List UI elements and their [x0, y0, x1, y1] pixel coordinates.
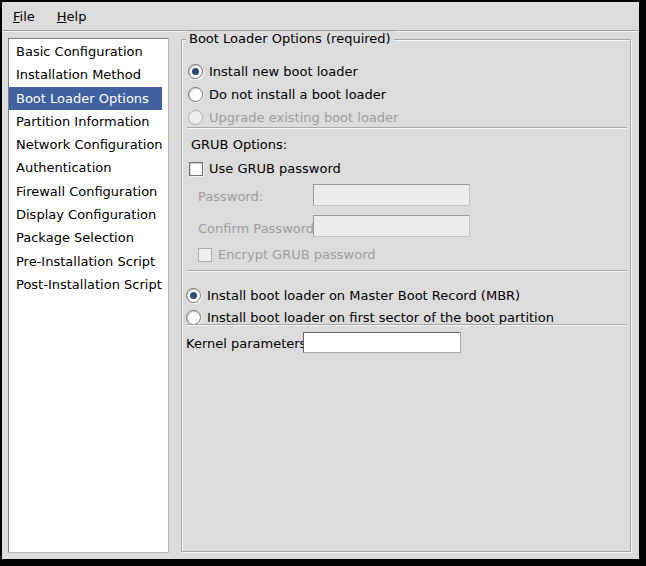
install-on-mbr-label[interactable]: Install boot loader on Master Boot Recor… [207, 288, 520, 303]
menu-help[interactable]: Help [46, 2, 98, 30]
checkbox-row-encrypt-grub-password: Encrypt GRUB password [198, 246, 376, 263]
do-not-install-radio[interactable] [188, 87, 203, 102]
encrypt-grub-password-checkbox [198, 248, 212, 262]
sidebar-item-display-configuration[interactable]: Display Configuration [9, 203, 162, 226]
install-new-boot-loader-label[interactable]: Install new boot loader [209, 64, 358, 79]
sidebar-item-authentication[interactable]: Authentication [9, 156, 162, 179]
install-new-boot-loader-radio[interactable] [188, 64, 203, 79]
install-on-first-sector-label[interactable]: Install boot loader on first sector of t… [207, 310, 554, 325]
kickstart-configurator-window: File Help Basic Configuration Installati… [2, 2, 639, 559]
sidebar-item-post-installation-script[interactable]: Post-Installation Script [9, 273, 162, 296]
password-label: Password: [198, 189, 263, 204]
checkbox-row-use-grub-password[interactable]: Use GRUB password [189, 160, 341, 177]
install-on-mbr-radio[interactable] [186, 288, 201, 303]
confirm-password-field [313, 215, 470, 237]
sidebar-item-package-selection[interactable]: Package Selection [9, 226, 162, 249]
radio-row-install-on-mbr[interactable]: Install boot loader on Master Boot Recor… [186, 287, 520, 304]
boot-loader-options-frame: Boot Loader Options (required) Install n… [181, 39, 631, 552]
sidebar-item-pre-installation-script[interactable]: Pre-Installation Script [9, 250, 162, 273]
menu-help-mnemonic: H [57, 9, 67, 24]
separator [187, 270, 627, 272]
password-field [313, 184, 470, 206]
upgrade-existing-radio [188, 110, 203, 125]
separator [187, 127, 627, 129]
kernel-parameters-input[interactable] [303, 332, 461, 353]
menu-help-label: elp [67, 9, 87, 24]
radio-row-install-new-boot-loader[interactable]: Install new boot loader [188, 63, 358, 80]
encrypt-grub-password-label: Encrypt GRUB password [218, 247, 376, 262]
sidebar-item-network-configuration[interactable]: Network Configuration [9, 133, 162, 156]
radio-row-upgrade-existing: Upgrade existing boot loader [188, 109, 398, 126]
confirm-password-label: Confirm Password: [198, 221, 318, 236]
sidebar-item-installation-method[interactable]: Installation Method [9, 63, 162, 86]
sidebar-item-basic-configuration[interactable]: Basic Configuration [9, 40, 162, 63]
sidebar-item-partition-information[interactable]: Partition Information [9, 110, 162, 133]
category-list: Basic Configuration Installation Method … [8, 38, 169, 553]
sidebar-item-firewall-configuration[interactable]: Firewall Configuration [9, 180, 162, 203]
menu-bar: File Help [2, 2, 639, 31]
radio-row-do-not-install[interactable]: Do not install a boot loader [188, 86, 386, 103]
separator [187, 324, 627, 326]
frame-title: Boot Loader Options (required) [186, 31, 394, 46]
install-on-first-sector-radio[interactable] [186, 310, 201, 325]
upgrade-existing-label: Upgrade existing boot loader [209, 110, 398, 125]
do-not-install-label[interactable]: Do not install a boot loader [209, 87, 386, 102]
use-grub-password-label[interactable]: Use GRUB password [209, 161, 341, 176]
sidebar-item-boot-loader-options[interactable]: Boot Loader Options [9, 87, 162, 110]
menu-file-label: ile [20, 9, 35, 24]
grub-options-label: GRUB Options: [191, 137, 287, 152]
use-grub-password-checkbox[interactable] [189, 162, 203, 176]
menu-file[interactable]: File [2, 2, 46, 30]
kernel-parameters-label: Kernel parameters: [186, 336, 311, 351]
